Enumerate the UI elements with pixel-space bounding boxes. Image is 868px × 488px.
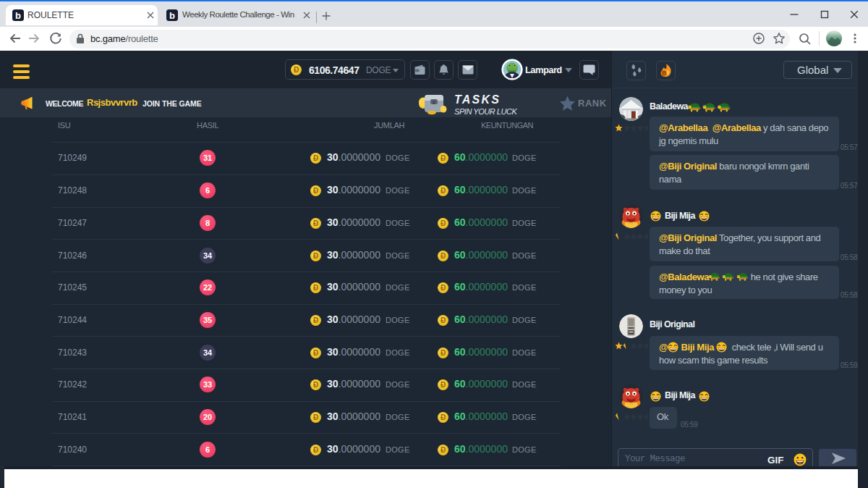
svg-text:b: b [169,10,175,21]
svg-text:b: b [15,10,21,21]
svg-text:B: B [662,70,666,77]
svg-text:0: 0 [433,100,435,105]
